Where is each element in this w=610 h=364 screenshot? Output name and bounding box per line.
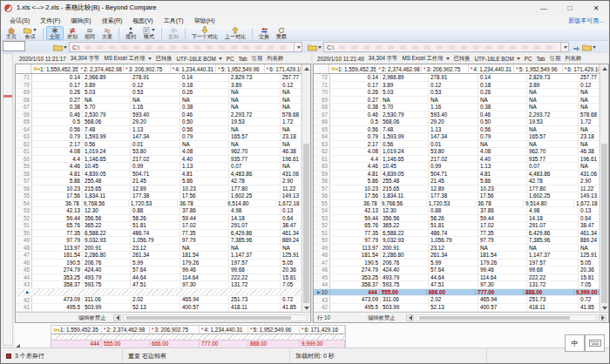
table-row[interactable]: 604.4610.450.991.130.07NA <box>314 163 600 171</box>
table-row[interactable]: 45274.79424.4057.6499.4699.6820.36 <box>16 266 302 274</box>
table-row[interactable]: 630.791,593.99147.340.79165.5723.18 <box>16 133 302 141</box>
column-header-1[interactable]: 1: 1,559,452.35 <box>329 64 376 73</box>
open-arrow-icon[interactable] <box>573 44 580 51</box>
file-format[interactable]: MS Excel 工作簿 <box>402 55 449 63</box>
selected-diff-row[interactable]: 10444555.00666.00777.00888.009,999.00 <box>314 289 600 297</box>
table-row[interactable]: 594.814,839.05504.714.814,483.86431.06 <box>314 171 600 179</box>
table-row[interactable]: 690.265.030.530.26NANA <box>16 89 302 97</box>
menu-item-7[interactable]: 帮助(H) <box>189 17 220 25</box>
menu-item-5[interactable]: 视图(V) <box>127 17 158 25</box>
table-row[interactable]: 680.27NANANANANA <box>16 97 302 104</box>
keyboard-icon[interactable] <box>585 334 605 352</box>
file-format[interactable]: MS Excel 工作簿 <box>104 55 151 63</box>
table-row[interactable]: 5610.23215.6512.8910.23177.8011.22 <box>16 185 302 193</box>
column-header-6[interactable]: *6: 171,429.16 <box>563 64 600 73</box>
table-row[interactable]: 42495.5503.9952.13400.57418.1141.85 <box>314 304 600 312</box>
diff-map-strip[interactable] <box>3 53 13 346</box>
table-row[interactable]: 5165.76365.2251.8117.02291.0738.47 <box>16 222 302 230</box>
right-path-combobox[interactable]: C:\ <box>323 42 569 52</box>
table-row[interactable]: 720.142,966.89278.910.142,829.73257.77 <box>314 74 600 82</box>
table-row[interactable]: 575.86255.4821.455.8642.782.90 <box>16 178 302 185</box>
table-row[interactable]: 585.86255.4821.455.8642.782.90 <box>314 178 600 185</box>
scroll-down-icon[interactable] <box>302 304 310 312</box>
scroll-right-icon[interactable] <box>599 314 607 321</box>
table-row[interactable]: 45353.25493.7944.64114.64222.2215.81 <box>314 274 600 282</box>
table-row[interactable]: 640.791,593.99147.340.79165.5723.18 <box>314 133 600 141</box>
table-row[interactable]: 660.462,530.79593.400.462,293.72578.68 <box>16 111 302 119</box>
scroll-down-icon[interactable] <box>600 304 608 312</box>
table-row[interactable]: 614.081,019.2453.804.08962.7046.38 <box>16 148 302 156</box>
menu-item-3[interactable]: 编辑(E) <box>65 17 96 25</box>
right-vertical-scrollbar[interactable] <box>600 64 608 312</box>
session-browse-button[interactable] <box>580 42 598 53</box>
column-header-4[interactable]: *4: 1,234,440.31 <box>171 64 217 73</box>
table-row[interactable]: 5342.1312.300.8837.864.980.13 <box>16 207 302 215</box>
scroll-up-icon[interactable] <box>302 64 310 72</box>
table-row[interactable]: 44358.37593.7547.5197.30131.727.05 <box>314 281 600 289</box>
table-row[interactable]: 700.173.890.120.183.890.12 <box>16 82 302 90</box>
menu-item-4[interactable]: 搜索(R) <box>97 17 128 25</box>
update-available-link[interactable]: 新版本可用... <box>568 17 604 25</box>
column-header-4[interactable]: *4: 1,234,440.31 <box>200 326 248 334</box>
column-header-3[interactable]: *3: 206,902.75 <box>150 326 200 334</box>
home-button[interactable]: 主页 <box>3 26 20 40</box>
column-header-3[interactable]: *3: 206,902.75 <box>124 64 171 73</box>
scroll-up-icon[interactable] <box>600 64 608 72</box>
minor-button[interactable]: 次要 <box>98 26 116 40</box>
table-row[interactable]: 650.5568.0629.200.5019.531.72 <box>16 118 302 126</box>
table-row[interactable]: 47190.5206.765.99179.26197.575.05 <box>314 260 600 267</box>
table-row[interactable]: 48113.97200.9123.12NANANA <box>16 245 302 253</box>
table-row[interactable]: 49113.97200.9123.12NANANA <box>314 245 600 253</box>
table-row[interactable]: 5077.356,588.22486.7477.356,429.86461.34 <box>16 230 302 238</box>
table-row[interactable]: 614.41,146.65217.024.40935.77196.61 <box>314 156 600 164</box>
column-header-5[interactable]: *5: 1,952,549.96 <box>248 326 300 334</box>
table-row[interactable]: 46274.79424.4057.6499.4699.6820.36 <box>314 266 600 274</box>
file-encoding[interactable]: UTF-16LE BOM <box>475 56 520 62</box>
same-button[interactable]: 相同 <box>81 26 98 40</box>
table-row[interactable]: 43473.09311.062.02465.94251.730.72 <box>314 296 600 304</box>
scrollbar-thumb[interactable] <box>126 316 291 320</box>
menu-item-6[interactable]: 工具(T) <box>159 17 189 25</box>
column-header-2[interactable]: *2: 2,374,462.98 <box>78 64 124 73</box>
table-row[interactable]: 42473.09311.062.02465.94251.730.72 <box>16 296 302 304</box>
table-row[interactable]: 5259.44356.5658.2659.4414.180.64 <box>16 215 302 223</box>
column-header-1[interactable]: 1: 1,559,452.35 <box>31 64 78 73</box>
table-row[interactable]: 700.265.030.530.26NANA <box>314 89 600 97</box>
column-header-2[interactable]: *2: 2,374,462.98 <box>102 326 150 334</box>
file-encoding[interactable]: UTF-16LE BOM <box>177 56 222 62</box>
table-row[interactable]: 5536.789,768.561,720.5336.789,514.801,67… <box>314 200 600 208</box>
table-row[interactable]: 670.385.701.160.38NANA <box>16 104 302 111</box>
table-row[interactable]: 604.41,146.65217.024.40935.77196.61 <box>16 156 302 164</box>
format-button[interactable]: 格式 <box>139 26 159 40</box>
scroll-left-icon[interactable] <box>406 314 414 321</box>
table-row[interactable]: 710.142,966.89278.910.142,829.73257.77 <box>16 74 302 82</box>
table-row[interactable]: 650.567.481.130.56NANA <box>314 126 600 134</box>
table-row[interactable]: 5097.799,032.931,056.7997.797,385.96889.… <box>314 237 600 245</box>
column-header-3[interactable]: *3: 206,902.75 <box>422 64 469 73</box>
table-row[interactable]: 43358.37593.7547.5197.30131.727.05 <box>16 281 302 289</box>
close-button[interactable]: ✕ <box>583 1 609 15</box>
table-row[interactable]: 622.170.560.01NANANA <box>16 141 302 149</box>
left-path-combobox[interactable]: C:\ <box>69 42 302 52</box>
scrollbar-thumb[interactable] <box>419 316 570 320</box>
table-row[interactable]: 5177.356,588.22486.7477.356,429.86461.34 <box>314 230 600 238</box>
table-row[interactable]: 5436.789,768.561,720.5336.789,514.801,67… <box>16 200 302 208</box>
table-row[interactable]: 670.462,530.79593.400.462,293.72578.68 <box>314 111 600 119</box>
table-row[interactable]: 640.567.481.130.56NANA <box>16 126 302 134</box>
all-button[interactable]: 全部 <box>46 26 64 40</box>
table-row[interactable]: 660.5568.0629.200.5019.531.72 <box>314 118 600 126</box>
table-row[interactable]: 5265.76365.2251.8117.02291.0738.47 <box>314 222 600 230</box>
column-header-6[interactable]: *6: 171,429.16 <box>265 64 302 73</box>
left-horizontal-scrollbar[interactable] <box>123 314 308 321</box>
reload-button[interactable]: 重载 <box>273 26 290 40</box>
diffs-button[interactable]: 差别 <box>64 26 81 40</box>
menu-item-2[interactable]: 文件(F) <box>35 17 65 25</box>
minimize-button[interactable]: — <box>531 1 557 15</box>
table-row[interactable]: 690.27NANANANANA <box>314 97 600 104</box>
right-browse-button[interactable] <box>306 42 323 53</box>
chevron-down-icon[interactable] <box>294 43 302 51</box>
left-browse-button[interactable] <box>51 42 69 53</box>
chevron-down-icon[interactable] <box>560 43 568 51</box>
left-vertical-scrollbar[interactable] <box>302 64 310 312</box>
column-header-6[interactable]: *6: 171,429.16 <box>300 326 345 334</box>
